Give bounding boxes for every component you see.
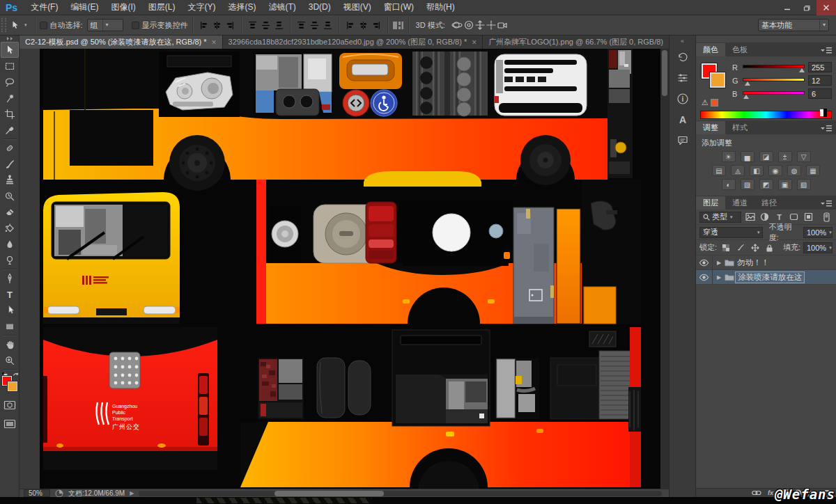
menu-window[interactable]: 窗口(W) <box>378 0 420 15</box>
align-bottom-edges-icon[interactable] <box>274 20 284 31</box>
tool-rectangular-marquee[interactable] <box>1 58 19 74</box>
panel-menu-icon[interactable] <box>821 47 832 54</box>
tool-rectangle-shape[interactable] <box>1 318 19 334</box>
red-slider-thumb[interactable] <box>799 68 805 72</box>
align-horizontal-centers-icon[interactable] <box>212 20 222 31</box>
tab-channels[interactable]: 通道 <box>725 196 754 210</box>
lock-transparency-icon[interactable] <box>720 243 732 253</box>
options-grip[interactable] <box>1 18 6 32</box>
auto-select-checkbox[interactable] <box>40 22 47 29</box>
tool-spot-healing[interactable] <box>1 140 19 156</box>
tool-magic-wand[interactable] <box>1 90 19 106</box>
layer-group-row[interactable]: ▶ 勿动！！ <box>696 255 836 270</box>
link-layers-icon[interactable] <box>752 489 761 496</box>
filter-pixel-layers-icon[interactable] <box>744 212 756 222</box>
layer-name[interactable]: 涂装喷漆请放在这 <box>735 271 805 283</box>
selective-color-icon[interactable]: ▣ <box>778 179 792 190</box>
close-icon[interactable] <box>816 0 836 15</box>
lock-position-icon[interactable] <box>749 243 761 253</box>
distribute-left-icon[interactable] <box>345 20 355 31</box>
menu-edit[interactable]: 编辑(E) <box>64 0 104 15</box>
posterize-icon[interactable]: ▨ <box>741 179 754 190</box>
tool-lasso[interactable] <box>1 74 19 90</box>
layer-name[interactable]: 勿动！！ <box>735 258 771 268</box>
screen-mode-button[interactable] <box>1 416 19 432</box>
filter-type-layers-icon[interactable]: T <box>773 212 785 222</box>
tool-paint-bucket[interactable] <box>1 220 19 236</box>
menu-file[interactable]: 文件(F) <box>24 0 64 15</box>
blue-slider[interactable] <box>743 89 805 99</box>
tab-color[interactable]: 颜色 <box>696 43 725 56</box>
menu-help[interactable]: 帮助(H) <box>420 0 461 15</box>
swap-colors-icon[interactable] <box>13 372 19 379</box>
menu-filter[interactable]: 滤镜(T) <box>262 0 302 15</box>
black-white-icon[interactable]: ◧ <box>750 165 764 176</box>
visibility-eye-icon[interactable] <box>696 270 713 284</box>
document-tab-2[interactable]: 32966cda18b82dcf2931bdbe120a5ed0.jpg @ 2… <box>223 36 483 49</box>
dock-collapse-handle[interactable]: « <box>681 36 684 47</box>
blend-mode-dropdown[interactable]: 穿透 ▾ <box>699 227 763 238</box>
filter-adjustment-layers-icon[interactable] <box>759 212 771 222</box>
tab-styles[interactable]: 样式 <box>725 121 754 134</box>
tool-move[interactable] <box>1 42 19 58</box>
tool-path-selection[interactable] <box>1 302 19 318</box>
tool-hand[interactable] <box>1 336 19 352</box>
menu-image[interactable]: 图像(I) <box>104 0 141 15</box>
show-transform-checkbox[interactable] <box>132 22 139 29</box>
background-color-swatch[interactable] <box>8 381 17 391</box>
color-balance-icon[interactable]: ◬ <box>731 165 745 176</box>
document-tab-3[interactable]: 广州杂牌军LOGO(1).png @ 66.7% (图层 0, RGB/8) × <box>483 36 679 49</box>
character-panel-icon[interactable]: A <box>674 111 692 128</box>
brightness-contrast-icon[interactable]: ☀ <box>722 151 736 162</box>
filter-shape-layers-icon[interactable] <box>788 212 800 222</box>
tool-history-brush[interactable] <box>1 188 19 204</box>
green-slider[interactable] <box>743 76 805 86</box>
tab-swatches[interactable]: 色板 <box>725 43 754 56</box>
filter-smart-object-icon[interactable] <box>803 212 814 222</box>
lock-all-icon[interactable] <box>764 243 775 253</box>
gradient-map-icon[interactable]: ▧ <box>797 179 811 190</box>
expand-triangle-icon[interactable]: ▶ <box>717 260 721 266</box>
gamut-warning-swatch[interactable] <box>711 99 718 107</box>
distribute-middle-icon[interactable] <box>309 20 320 31</box>
visibility-eye-icon[interactable] <box>696 255 713 269</box>
tool-crop[interactable] <box>1 106 19 122</box>
curves-icon[interactable]: ◪ <box>759 151 773 162</box>
menu-view[interactable]: 视图(V) <box>337 0 378 15</box>
canvas-area[interactable]: Guangzhou Public Transport 广州公交 <box>20 49 669 489</box>
tool-zoom[interactable] <box>1 352 19 368</box>
blue-slider-thumb[interactable] <box>743 95 749 99</box>
properties-panel-icon[interactable] <box>674 70 692 86</box>
expand-triangle-icon[interactable]: ▶ <box>717 274 721 281</box>
align-panel-toggle-icon[interactable] <box>392 20 404 31</box>
distribute-top-icon[interactable] <box>296 20 307 31</box>
document-tab-1[interactable]: C2-12-模板.psd @ 50% (涂装喷漆请放在这, RGB/8) * × <box>20 36 223 49</box>
channel-mixer-icon[interactable]: ◍ <box>787 165 801 176</box>
color-lookup-icon[interactable]: ▦ <box>806 165 820 176</box>
history-panel-icon[interactable] <box>674 49 692 65</box>
menu-type[interactable]: 文字(Y) <box>181 0 222 15</box>
toolbar-collapse-handle[interactable] <box>6 36 14 42</box>
lock-pixels-icon[interactable] <box>734 243 746 253</box>
status-menu-arrow-icon[interactable]: ▶ <box>130 490 134 496</box>
menu-3d[interactable]: 3D(D) <box>302 0 337 15</box>
align-right-edges-icon[interactable] <box>225 20 235 31</box>
align-top-edges-icon[interactable] <box>247 20 258 31</box>
invert-icon[interactable]: ◐ <box>722 179 736 190</box>
blue-value-field[interactable]: 6 <box>808 88 832 99</box>
align-left-edges-icon[interactable] <box>199 20 209 31</box>
distribute-right-icon[interactable] <box>371 20 382 31</box>
tab-layers[interactable]: 图层 <box>696 196 725 210</box>
menu-layer[interactable]: 图层(L) <box>142 0 182 15</box>
layer-group-row[interactable]: ▶ 涂装喷漆请放在这 <box>696 270 836 285</box>
close-icon[interactable]: × <box>212 38 217 47</box>
tool-pen[interactable] <box>1 270 19 286</box>
3d-pan-icon[interactable] <box>474 19 486 31</box>
red-slider[interactable] <box>743 63 805 72</box>
opacity-field[interactable]: 100% ▾ <box>803 227 833 238</box>
tool-blur[interactable] <box>1 236 19 252</box>
photo-filter-icon[interactable]: ◉ <box>768 165 782 176</box>
panel-menu-icon[interactable] <box>821 200 832 207</box>
distribute-bottom-icon[interactable] <box>323 20 333 31</box>
restore-icon[interactable] <box>797 0 816 15</box>
